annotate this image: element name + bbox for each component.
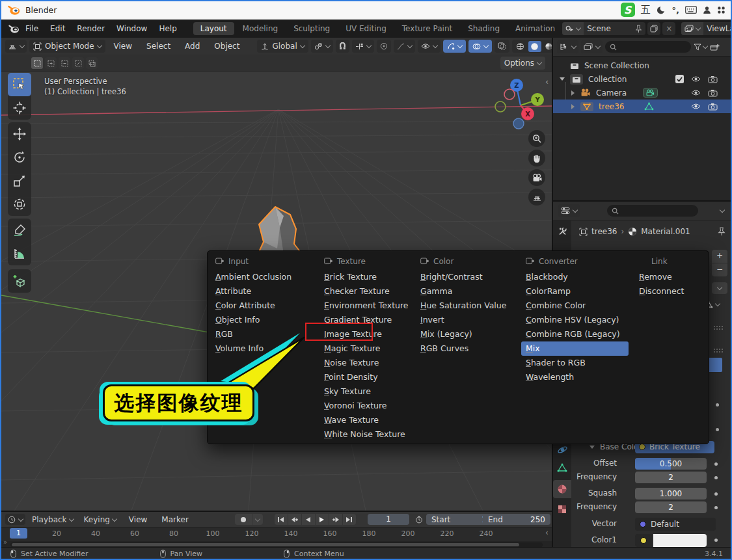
frequency2-field[interactable]: 2 [635, 501, 707, 513]
menu-item[interactable]: Invert [420, 313, 506, 327]
menu-item[interactable]: Mix (Legacy) [420, 327, 506, 341]
show-gizmo-toggle[interactable] [443, 40, 466, 53]
render-visibility-icon[interactable] [708, 89, 718, 97]
pivot-point-selector[interactable] [311, 40, 333, 53]
disclosure-open-icon[interactable] [560, 77, 565, 81]
menu-render[interactable]: Render [71, 24, 111, 33]
tool-move[interactable] [8, 122, 31, 146]
menu-select[interactable]: Select [141, 42, 176, 51]
marker-menu[interactable]: Marker [156, 515, 194, 524]
menu-add[interactable]: Add [179, 42, 206, 51]
camera-data-icon[interactable] [643, 88, 658, 98]
menu-edit[interactable]: Edit [44, 24, 71, 33]
menu-item[interactable]: Combine HSV (Legacy) [526, 313, 629, 327]
menu-item-mix-highlighted[interactable]: Mix [521, 341, 629, 356]
select-mode-subtract-button[interactable] [59, 57, 70, 69]
prev-keyframe-button[interactable] [288, 514, 301, 525]
menu-object[interactable]: Object [208, 42, 245, 51]
remove-material-slot-button[interactable]: − [712, 263, 727, 276]
render-visibility-icon[interactable] [708, 75, 718, 83]
menu-item[interactable]: Disconnect [639, 284, 684, 299]
menu-item[interactable]: Shader to RGB [526, 356, 629, 370]
menu-item[interactable]: Voronoi Texture [324, 399, 409, 413]
select-mode-invert-button[interactable] [72, 57, 84, 69]
menu-item[interactable]: Attribute [215, 284, 291, 299]
outliner-row-collection[interactable]: Collection [553, 72, 732, 86]
panel-grip-handle[interactable] [713, 325, 724, 330]
hide-eye-icon[interactable] [691, 103, 701, 110]
outliner-editor-type-button[interactable] [557, 40, 578, 53]
menu-item[interactable]: RGB Curves [420, 341, 506, 356]
menu-item[interactable]: ColorRamp [526, 284, 629, 299]
menu-item[interactable]: Combine Color [526, 299, 629, 313]
tool-scale[interactable] [8, 169, 31, 193]
menu-help[interactable]: Help [153, 24, 182, 33]
menu-item[interactable]: Combine RGB (Legacy) [526, 327, 629, 341]
user-icon[interactable] [703, 6, 711, 14]
animate-dot[interactable] [716, 403, 719, 407]
menu-item[interactable]: Gamma [420, 284, 506, 299]
tool-cursor[interactable] [8, 96, 31, 120]
navigation-gizmo[interactable]: Z Y X [489, 73, 552, 135]
properties-search-input[interactable] [607, 205, 698, 217]
zoom-button[interactable] [528, 130, 545, 147]
menu-item[interactable]: Sky Texture [324, 384, 409, 399]
disclosure-open-icon[interactable] [590, 446, 595, 449]
collapse-region-arrow[interactable]: ‹ [545, 77, 549, 87]
menu-item[interactable]: Checker Texture [324, 284, 409, 299]
render-visibility-icon[interactable] [708, 103, 718, 111]
hide-eye-icon[interactable] [691, 75, 701, 83]
properties-filter-chevron[interactable] [720, 207, 725, 213]
add-material-slot-button[interactable]: + [712, 250, 727, 263]
shading-material-preview-button[interactable] [543, 41, 552, 52]
end-frame-field[interactable]: End250 [483, 514, 550, 525]
menu-view[interactable]: View [108, 42, 138, 51]
menu-item[interactable]: Environment Texture [324, 299, 409, 313]
punctuation-toggle[interactable]: °, [672, 5, 679, 15]
animate-dot[interactable] [714, 539, 718, 542]
panel-grip-handle[interactable] [713, 348, 724, 353]
tool-annotate[interactable] [8, 219, 31, 242]
disclosure-closed-icon[interactable] [571, 104, 575, 109]
pan-hand-button[interactable] [528, 150, 545, 167]
animate-dot[interactable] [714, 476, 718, 479]
menu-item[interactable]: Noise Texture [324, 356, 409, 370]
timeline-ruler[interactable]: 1 20 40 60 80 100 120 140 160 180 200 22… [1, 527, 552, 541]
expand-region-arrow[interactable]: » [3, 539, 7, 546]
tool-select-box[interactable] [8, 73, 31, 96]
next-keyframe-button[interactable] [329, 514, 342, 525]
tab-tool-icon[interactable] [558, 226, 567, 236]
blender-menu-icon[interactable] [8, 24, 20, 34]
workspace-tab-sculpting[interactable]: Sculpting [286, 22, 337, 35]
animate-dot[interactable] [714, 506, 718, 509]
menu-item[interactable]: White Noise Texture [324, 427, 409, 442]
color1-swatch[interactable] [653, 534, 707, 547]
proportional-falloff-selector[interactable] [394, 40, 415, 53]
new-collection-button[interactable] [710, 43, 720, 51]
start-frame-field[interactable]: Start1 [426, 514, 492, 525]
tool-rotate[interactable] [8, 146, 31, 169]
vector-input-button[interactable]: Default [635, 518, 716, 531]
editor-type-button[interactable] [5, 40, 27, 53]
workspace-tab-uv-editing[interactable]: UV Editing [338, 22, 394, 35]
mesh-data-icon[interactable] [644, 102, 654, 111]
mode-selector[interactable]: Object Mode [29, 40, 105, 53]
menu-item[interactable]: Wave Texture [324, 413, 409, 427]
workspace-tab-shading[interactable]: Shading [461, 22, 507, 35]
menu-item[interactable]: Wavelength [526, 370, 629, 384]
pin-icon[interactable] [635, 25, 642, 33]
jump-to-start-button[interactable] [275, 514, 288, 525]
camera-view-button[interactable] [528, 169, 545, 186]
disclosure-closed-icon[interactable] [571, 90, 575, 96]
shading-wireframe-button[interactable] [515, 41, 526, 52]
sogou-ime-icon[interactable]: S [621, 3, 635, 17]
expand-region-arrow[interactable]: ‹ [545, 528, 549, 537]
menu-item[interactable]: Remove [639, 270, 684, 284]
keying-set-chevron[interactable] [252, 514, 263, 525]
workspace-tab-texture-paint[interactable]: Texture Paint [395, 22, 459, 35]
jump-to-end-button[interactable] [343, 514, 356, 525]
menu-window[interactable]: Window [111, 24, 153, 33]
shading-solid-button[interactable] [528, 41, 541, 52]
animate-dot[interactable] [714, 462, 718, 466]
select-mode-set-button[interactable] [31, 57, 43, 69]
